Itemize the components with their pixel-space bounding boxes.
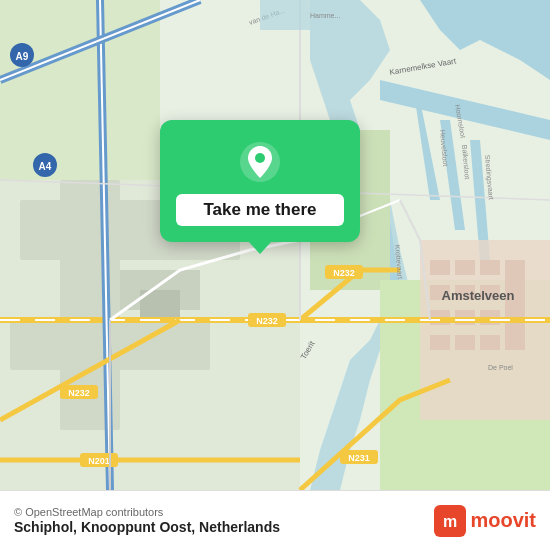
svg-rect-24 (505, 260, 525, 350)
svg-text:A4: A4 (39, 161, 52, 172)
svg-text:N201: N201 (88, 456, 110, 466)
svg-rect-23 (480, 335, 500, 350)
svg-text:N231: N231 (348, 453, 370, 463)
svg-text:N232: N232 (68, 388, 90, 398)
svg-rect-22 (455, 335, 475, 350)
map-container: N232 A4 A9 N232 N232 N201 N231 (0, 0, 550, 490)
svg-text:A9: A9 (16, 51, 29, 62)
svg-text:m: m (443, 513, 457, 530)
svg-rect-12 (430, 260, 450, 275)
footer-left: © OpenStreetMap contributors Schiphol, K… (14, 506, 280, 535)
attribution: © OpenStreetMap contributors (14, 506, 280, 518)
svg-point-51 (255, 153, 265, 163)
moovit-brand-icon: m (434, 505, 466, 537)
take-me-there-card[interactable]: Take me there (160, 120, 360, 242)
location-pin-icon (238, 140, 282, 184)
svg-text:N232: N232 (256, 316, 278, 326)
location-name: Schiphol, Knooppunt Oost, Netherlands (14, 519, 280, 535)
map-svg: N232 A4 A9 N232 N232 N201 N231 (0, 0, 550, 490)
footer: © OpenStreetMap contributors Schiphol, K… (0, 490, 550, 550)
svg-text:N232: N232 (333, 268, 355, 278)
svg-rect-21 (430, 335, 450, 350)
svg-text:Hamme...: Hamme... (310, 12, 340, 19)
svg-rect-13 (455, 260, 475, 275)
take-me-there-label[interactable]: Take me there (176, 194, 344, 226)
svg-text:Amstelveen: Amstelveen (442, 288, 515, 303)
svg-rect-14 (480, 260, 500, 275)
svg-text:De Poel: De Poel (488, 364, 513, 371)
moovit-logo: m moovit (434, 505, 536, 537)
moovit-text: moovit (470, 509, 536, 532)
